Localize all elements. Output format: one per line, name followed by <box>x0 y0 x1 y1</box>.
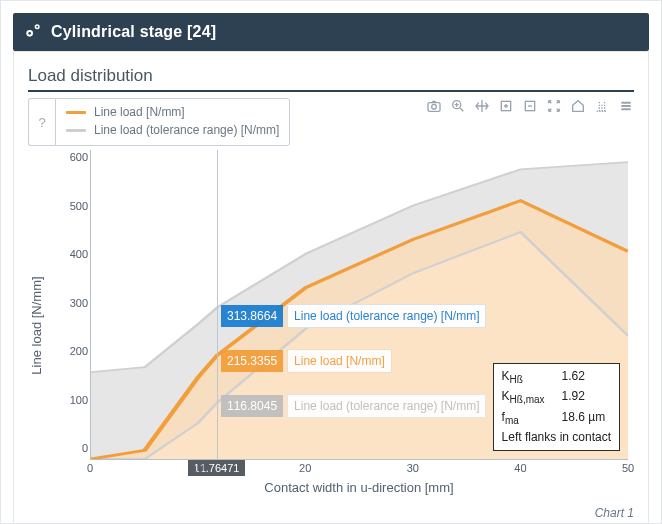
chart-toolbar: ? Line load [N/mm] Line load (tolerance … <box>28 98 634 146</box>
chart-caption: Chart 1 <box>28 506 634 520</box>
tooltip-upper: 313.8664 Line load (tolerance range) [N/… <box>221 305 486 327</box>
chart-area[interactable]: Line load [N/mm] 0100200300400500600 313… <box>28 150 634 500</box>
zoom-icon[interactable] <box>450 98 466 114</box>
legend-swatch <box>66 129 86 132</box>
legend-label[interactable]: Line load [N/mm] <box>94 103 185 121</box>
zoom-in-icon[interactable] <box>498 98 514 114</box>
menu-icon[interactable] <box>618 98 634 114</box>
tooltip-label: Line load (tolerance range) [N/mm] <box>287 394 486 418</box>
info-note: Left flanks in contact <box>502 429 611 446</box>
info-box: KHß1.62 KHß,max1.92 fma18.6 µm Left flan… <box>493 363 620 451</box>
legend-items: Line load [N/mm] Line load (tolerance ra… <box>55 98 290 146</box>
y-axis-label: Line load [N/mm] <box>29 276 44 374</box>
tooltip-lower: 116.8045 Line load (tolerance range) [N/… <box>221 395 486 417</box>
svg-point-3 <box>36 26 38 28</box>
tooltip-middle: 215.3355 Line load [N/mm] <box>221 350 392 372</box>
legend-item: Line load (tolerance range) [N/mm] <box>66 121 279 139</box>
plot-surface[interactable]: 313.8664 Line load (tolerance range) [N/… <box>90 150 628 460</box>
legend: ? Line load [N/mm] Line load (tolerance … <box>28 98 290 146</box>
svg-point-1 <box>28 32 31 35</box>
tooltip-value: 215.3355 <box>221 350 283 372</box>
card-title: Load distribution <box>28 66 634 86</box>
x-axis: Contact width in u-direction [mm] 010203… <box>90 460 628 500</box>
divider <box>28 90 634 92</box>
y-axis: 0100200300400500600 <box>56 150 88 460</box>
autoscale-icon[interactable] <box>546 98 562 114</box>
plot-tools <box>426 98 634 114</box>
legend-item: Line load [N/mm] <box>66 103 279 121</box>
zoom-out-icon[interactable] <box>522 98 538 114</box>
x-axis-label: Contact width in u-direction [mm] <box>90 480 628 495</box>
spike-lines-icon[interactable] <box>594 98 610 114</box>
tooltip-label: Line load (tolerance range) [N/mm] <box>287 304 486 328</box>
legend-toggle-button[interactable]: ? <box>28 98 55 146</box>
legend-swatch <box>66 111 86 114</box>
chart-card: Load distribution ? Line load [N/mm] Lin… <box>13 51 649 524</box>
tooltip-value: 313.8664 <box>221 305 283 327</box>
camera-icon[interactable] <box>426 98 442 114</box>
tooltip-label: Line load [N/mm] <box>287 349 392 373</box>
svg-point-5 <box>432 104 437 109</box>
legend-label[interactable]: Line load (tolerance range) [N/mm] <box>94 121 279 139</box>
home-icon[interactable] <box>570 98 586 114</box>
hover-vertical-line <box>217 150 218 459</box>
panel-header: Cylindrical stage [24] <box>13 13 649 51</box>
tooltip-value: 116.8045 <box>221 395 283 417</box>
gears-icon <box>23 20 43 44</box>
panel-title: Cylindrical stage [24] <box>51 23 216 41</box>
pan-icon[interactable] <box>474 98 490 114</box>
